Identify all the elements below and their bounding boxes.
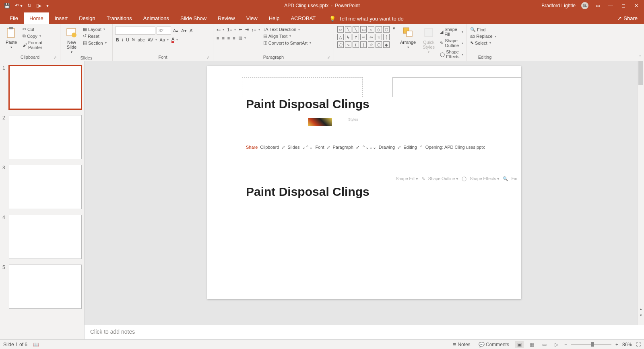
tab-slideshow[interactable]: Slide Show [175, 12, 212, 24]
shape-outline-button[interactable]: ✎Shape Outline [439, 38, 464, 48]
columns-icon[interactable]: ▥ [237, 35, 247, 41]
bullets-button[interactable]: •≡ [216, 27, 225, 33]
tab-acrobat[interactable]: ACROBAT [285, 12, 321, 24]
convert-smartart-button[interactable]: ◫Convert to SmartArt [262, 40, 312, 46]
quick-styles-button[interactable]: Quick Styles▾ [420, 25, 438, 55]
replace-button[interactable]: abReplace [469, 33, 497, 39]
clipboard-launcher-icon[interactable]: ⤢ [54, 55, 57, 60]
tab-transitions[interactable]: Transitions [101, 12, 138, 24]
align-right-icon[interactable]: ≡ [227, 35, 231, 41]
collapse-ribbon-icon[interactable]: ⌃ [638, 55, 642, 59]
tab-view[interactable]: View [241, 12, 263, 24]
share-button[interactable]: ↗ Share [611, 12, 644, 24]
shapes-gallery[interactable]: ▱╲╲▭○◇⬡ △↳↱⇨⇦☆{ ⬠∿(}☆⬡◆ [336, 25, 390, 49]
shape-fill-button[interactable]: ◢Shape Fill [439, 27, 464, 37]
notes-toggle[interactable]: ≣ Notes [450, 341, 473, 348]
zoom-slider[interactable] [571, 344, 611, 345]
maximize-icon[interactable]: ◻ [620, 3, 627, 8]
start-from-beginning-icon[interactable]: ▯▸ [36, 3, 41, 8]
numbering-button[interactable]: 1≡ [226, 27, 237, 33]
spellcheck-icon[interactable]: 📖 [33, 342, 39, 347]
reset-button[interactable]: ↺Reset [82, 33, 107, 39]
slide-canvas-area[interactable]: Paint Disposal Clings Styles Share Clipb… [85, 61, 644, 325]
font-family-input[interactable] [115, 27, 155, 35]
next-slide-icon[interactable]: ▾ [638, 312, 644, 318]
align-text-button[interactable]: ▤Align Text [262, 33, 312, 39]
find-button[interactable]: 🔍Find [469, 27, 497, 33]
slide-thumbnail-pane[interactable]: 1 2 3 4 5 [0, 61, 85, 339]
slide-thumbnail[interactable] [9, 65, 82, 109]
tell-me-search[interactable]: 💡 Tell me what you want to do [329, 13, 403, 24]
tab-animations[interactable]: Animations [138, 12, 175, 24]
sorter-view-icon[interactable]: ▦ [528, 341, 536, 348]
redo-icon[interactable]: ↻ [27, 3, 31, 8]
paste-button[interactable]: Paste ▾ [2, 25, 20, 50]
zoom-level[interactable]: 86% [622, 342, 632, 347]
zoom-in-button[interactable]: + [615, 342, 618, 347]
text-direction-button[interactable]: ↕AText Direction [262, 27, 312, 32]
justify-icon[interactable]: ≡ [232, 35, 236, 41]
slide-title-text[interactable]: Paint Disposal Clings [246, 97, 369, 111]
bold-button[interactable]: B [115, 37, 120, 43]
scrollbar-thumb[interactable] [638, 61, 643, 85]
font-launcher-icon[interactable]: ⤢ [206, 55, 210, 60]
avatar[interactable]: BL [581, 2, 588, 9]
section-button[interactable]: ▤Section [82, 40, 107, 46]
save-icon[interactable]: 💾 [4, 3, 10, 8]
paragraph-launcher-icon[interactable]: ⤢ [327, 55, 330, 60]
tab-file[interactable]: File [4, 12, 24, 24]
shrink-font-icon[interactable]: A▾ [180, 28, 187, 34]
tab-home[interactable]: Home [24, 12, 49, 24]
grow-font-icon[interactable]: A▴ [172, 28, 179, 34]
select-button[interactable]: ⬉Select [469, 40, 497, 46]
placeholder-box[interactable] [392, 77, 521, 97]
arrange-button[interactable]: Arrange▾ [398, 25, 418, 50]
tab-review[interactable]: Review [212, 12, 241, 24]
undo-icon[interactable]: ↶ ▾ [15, 3, 23, 8]
qat-more-icon[interactable]: ▾ [46, 3, 49, 8]
fit-to-window-icon[interactable]: ⛶ [636, 342, 641, 347]
copy-button[interactable]: ⧉Copy [22, 33, 58, 39]
cut-button[interactable]: ✂Cut [22, 26, 58, 32]
shadow-button[interactable]: abc [137, 37, 146, 43]
tab-design[interactable]: Design [73, 12, 101, 24]
slide-thumbnail[interactable] [9, 265, 82, 309]
vertical-scrollbar[interactable]: ▴ ▾ [637, 61, 644, 325]
underline-button[interactable]: U [125, 37, 130, 43]
slide[interactable]: Paint Disposal Clings Styles Share Clipb… [207, 66, 521, 299]
shapes-more-icon[interactable]: ▾ [392, 25, 396, 31]
tab-help[interactable]: Help [263, 12, 285, 24]
slide-counter[interactable]: Slide 1 of 6 [3, 342, 27, 347]
char-spacing-button[interactable]: AV [147, 37, 158, 43]
format-painter-button[interactable]: 🖌Format Painter [22, 40, 58, 50]
comments-toggle[interactable]: 💬 Comments [477, 341, 511, 348]
strikethrough-button[interactable]: S̶ [131, 37, 136, 43]
placeholder-box[interactable] [242, 77, 363, 97]
shape-effects-button[interactable]: ◯Shape Effects [439, 49, 464, 60]
new-slide-button[interactable]: New Slide ▾ [63, 25, 80, 55]
slide-thumbnail[interactable] [9, 215, 82, 259]
zoom-out-button[interactable]: − [564, 342, 567, 347]
prev-slide-icon[interactable]: ▴ [638, 306, 644, 312]
font-color-button[interactable]: A [171, 36, 179, 43]
close-icon[interactable]: ✕ [633, 3, 640, 8]
slideshow-view-icon[interactable]: ▷ [553, 341, 560, 348]
change-case-button[interactable]: Aa [159, 37, 169, 43]
line-spacing-icon[interactable]: ↕≡ [251, 27, 261, 33]
slide-title-text[interactable]: Paint Disposal Clings [246, 185, 369, 199]
italic-button[interactable]: I [121, 37, 124, 43]
decrease-indent-icon[interactable]: ⇤ [238, 27, 243, 33]
clear-formatting-icon[interactable]: A̸ [189, 28, 194, 34]
minimize-icon[interactable]: — [607, 3, 614, 8]
notes-pane[interactable]: Click to add notes [85, 325, 644, 339]
font-size-input[interactable]: 32 [157, 27, 171, 35]
slide-thumbnail[interactable] [9, 115, 82, 159]
reading-view-icon[interactable]: ▭ [540, 341, 549, 348]
increase-indent-icon[interactable]: ⇥ [244, 27, 250, 33]
tab-insert[interactable]: Insert [49, 12, 74, 24]
layout-button[interactable]: ▦Layout [82, 26, 107, 32]
slide-thumbnail[interactable] [9, 165, 82, 209]
normal-view-icon[interactable]: ▣ [515, 341, 524, 348]
ribbon-display-options-icon[interactable]: ▭ [594, 3, 601, 8]
align-center-icon[interactable]: ≡ [221, 35, 225, 41]
